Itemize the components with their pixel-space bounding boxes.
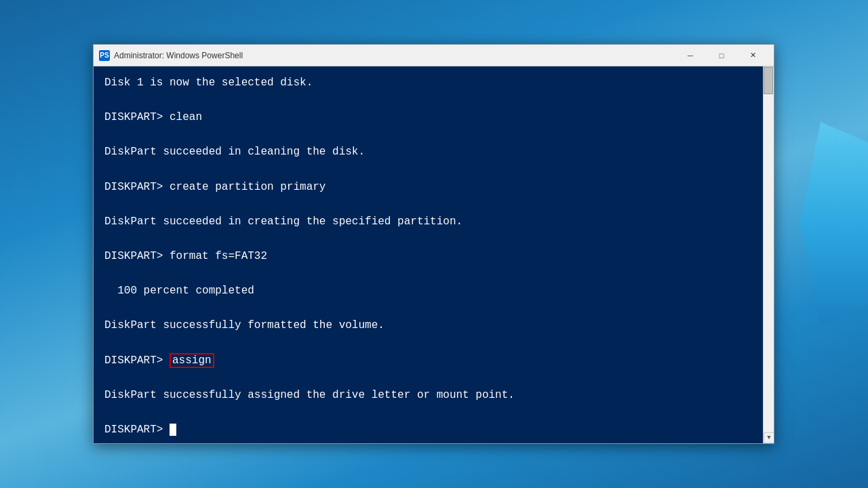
terminal-line-16 [104, 335, 763, 352]
maximize-button[interactable]: □ [706, 45, 737, 66]
diskpart-prompt-assign: DISKPART> [104, 354, 170, 367]
terminal-line-9: DiskPart succeeded in creating the speci… [104, 214, 763, 231]
terminal-line-17: DISKPART> assign [104, 352, 763, 370]
scrollbar[interactable]: ▲ ▼ [763, 66, 774, 443]
terminal-line-18 [104, 369, 763, 387]
terminal-line-21: DISKPART> [104, 422, 763, 439]
terminal-cursor [170, 424, 176, 436]
terminal-line-15: DiskPart successfully formatted the volu… [104, 317, 763, 335]
terminal-line-8 [104, 196, 763, 214]
terminal-line-3: DISKPART> clean [104, 109, 763, 127]
terminal-line-7: DISKPART> create partition primary [104, 179, 763, 197]
terminal-line-13: 100 percent completed [104, 283, 763, 300]
close-button[interactable]: ✕ [737, 45, 768, 66]
powershell-window: PS Administrator: Windows PowerShell ─ □… [93, 44, 774, 444]
terminal-line-20 [104, 404, 763, 422]
terminal-line-5: DiskPart succeeded in cleaning the disk. [104, 144, 763, 161]
titlebar-buttons: ─ □ ✕ [675, 45, 768, 66]
titlebar-title: Administrator: Windows PowerShell [114, 51, 675, 60]
desktop: PS Administrator: Windows PowerShell ─ □… [0, 0, 868, 488]
terminal-line-19: DiskPart successfully assigned the drive… [104, 387, 763, 405]
titlebar: PS Administrator: Windows PowerShell ─ □… [94, 45, 774, 66]
ps-icon-label: PS [100, 52, 108, 59]
terminal-line-14 [104, 300, 763, 318]
terminal-line-12 [104, 266, 763, 283]
titlebar-icon: PS [99, 50, 110, 61]
terminal-line-4 [104, 127, 763, 144]
terminal-body[interactable]: Disk 1 is now the selected disk. DISKPAR… [94, 66, 774, 443]
terminal-line-2 [104, 92, 763, 110]
terminal-line-10 [104, 230, 763, 248]
minimize-button[interactable]: ─ [675, 45, 706, 66]
terminal-line-6 [104, 161, 763, 179]
scrollbar-thumb[interactable] [764, 67, 773, 94]
terminal-line-11: DISKPART> format fs=FAT32 [104, 248, 763, 266]
assign-command-highlighted: assign [170, 353, 214, 368]
terminal-line-1: Disk 1 is now the selected disk. [104, 75, 763, 92]
scroll-down-button[interactable]: ▼ [764, 432, 774, 443]
